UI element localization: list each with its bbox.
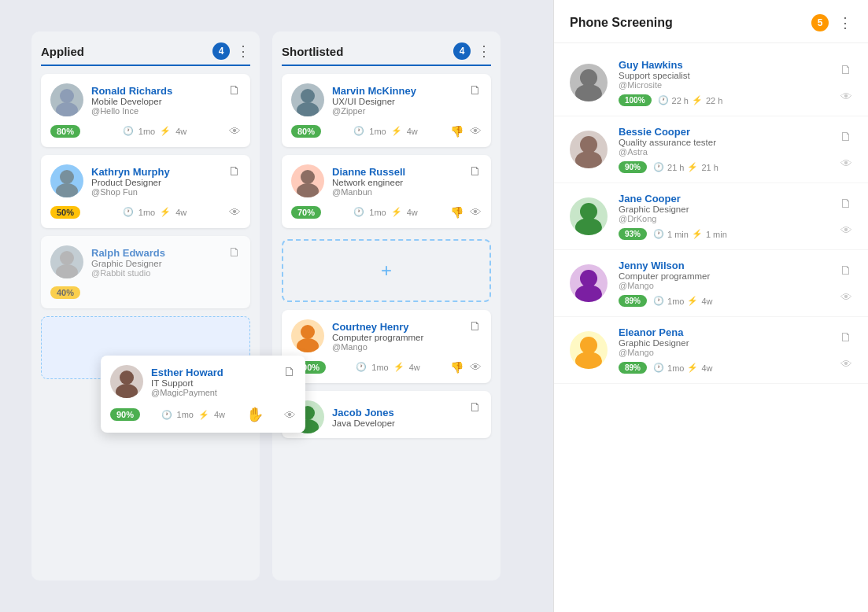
panel-role-jane: Graphic Designer	[619, 205, 829, 214]
doc-icon-ralph[interactable]: 🗋	[228, 245, 241, 260]
candidate-role-kathryn: Product Designer	[91, 178, 170, 187]
panel-row-bessie[interactable]: Bessie Cooper Quality assurance tester @…	[554, 116, 868, 183]
bolt-icon: ⚡	[391, 126, 402, 136]
card-bottom-kathryn: 50% 🕐 1mo ⚡ 4w 👁	[50, 205, 241, 219]
progress-bessie: 90%	[619, 161, 647, 173]
column-applied-menu[interactable]: ⋮	[236, 44, 250, 58]
card-dianne-russell[interactable]: Dianne Russell Network engineer @Manbun …	[282, 155, 491, 228]
panel-info-jenny: Jenny Wilson Computer programmer @Mango …	[619, 260, 829, 307]
panel-row-jenny[interactable]: Jenny Wilson Computer programmer @Mango …	[554, 250, 868, 317]
svg-point-9	[297, 183, 319, 197]
doc-icon-courtney[interactable]: 🗋	[469, 319, 482, 334]
card-top: Dianne Russell Network engineer @Manbun …	[291, 164, 482, 197]
doc-icon-marvin[interactable]: 🗋	[469, 83, 482, 98]
drag-handle-esther[interactable]: ✋	[246, 406, 264, 423]
panel-doc-icon-jane[interactable]: 🗋	[840, 197, 852, 211]
candidate-role-dianne: Network engineer	[332, 178, 405, 187]
eye-icon-esther[interactable]: 👁	[284, 408, 296, 422]
panel-eye-icon-jenny[interactable]: 👁	[840, 290, 852, 304]
column-shortlisted: Shortlisted 4 ⋮ Marvin McKinney UX/UI	[272, 31, 500, 581]
time2-esther: 4w	[214, 410, 225, 419]
candidate-details: Ronald Richards Mobile Developer @Hello …	[91, 85, 172, 116]
panel-doc-icon-guy[interactable]: 🗋	[840, 63, 852, 77]
panel-eye-icon-eleanor[interactable]: 👁	[840, 357, 852, 371]
panel-doc-icon-jenny[interactable]: 🗋	[840, 264, 852, 278]
progress-marvin: 80%	[291, 125, 321, 138]
column-shortlisted-badge: 4	[453, 42, 471, 60]
svg-point-0	[60, 89, 74, 103]
panel-menu[interactable]: ⋮	[838, 16, 852, 30]
panel-doc-icon-eleanor[interactable]: 🗋	[840, 330, 852, 345]
svg-point-7	[297, 102, 319, 116]
card-meta-courtney: 🕐 1mo ⚡ 4w	[356, 362, 419, 372]
time1-kathryn: 1mo	[139, 208, 155, 217]
panel-avatar-jenny	[570, 264, 608, 302]
card-courtney-henry[interactable]: Courtney Henry Computer programmer @Mang…	[282, 310, 491, 383]
eye-icon-courtney[interactable]: 👁	[470, 360, 482, 374]
eye-icon-dianne[interactable]: 👁	[470, 205, 482, 219]
panel-eye-icon-bessie[interactable]: 👁	[840, 157, 852, 170]
panel-info-bessie: Bessie Cooper Quality assurance tester @…	[619, 126, 829, 173]
panel-avatar-bessie	[570, 131, 608, 168]
add-card-zone-shortlisted[interactable]: +	[282, 239, 491, 302]
card-ralph-edwards[interactable]: Ralph Edwards Graphic Designer @Rabbit s…	[41, 236, 250, 308]
card-ronald-richards[interactable]: Ronald Richards Mobile Developer @Hello …	[41, 74, 250, 147]
doc-icon-dianne[interactable]: 🗋	[469, 164, 482, 179]
doc-icon-ronald[interactable]: 🗋	[228, 83, 241, 98]
card-top: Ronald Richards Mobile Developer @Hello …	[50, 83, 241, 116]
panel-row-jane[interactable]: Jane Cooper Graphic Designer @DrKong 93%…	[554, 183, 868, 250]
card-kathryn-murphy[interactable]: Kathryn Murphy Product Designer @Shop Fu…	[41, 155, 250, 228]
card-info: Kathryn Murphy Product Designer @Shop Fu…	[50, 164, 170, 197]
card-jacob-jones[interactable]: Jacob Jones Java Developer 🗋	[282, 391, 491, 438]
progress-jane: 93%	[619, 228, 647, 240]
candidate-company-marvin: @Zipper	[332, 106, 416, 116]
card-bottom-courtney: 100% 🕐 1mo ⚡ 4w 👎 👁	[291, 360, 482, 374]
card-marvin-mckinney[interactable]: Marvin McKinney UX/UI Designer @Zipper 🗋…	[282, 74, 491, 147]
panel-bottom-eleanor: 89% 🕐 1mo ⚡ 4w	[619, 362, 829, 374]
panel-role-bessie: Quality assurance tester	[619, 138, 829, 147]
eye-icon-ronald[interactable]: 👁	[229, 124, 241, 138]
doc-icon-kathryn[interactable]: 🗋	[228, 164, 241, 179]
column-shortlisted-menu[interactable]: ⋮	[477, 44, 491, 58]
panel-row-eleanor[interactable]: Eleanor Pena Graphic Designer @Mango 89%…	[554, 317, 868, 384]
column-applied-title: Applied	[41, 45, 84, 58]
floating-card-esther[interactable]: Esther Howard IT Support @MagicPayment 🗋…	[101, 356, 305, 433]
panel-actions-bessie: 🗋 👁	[840, 130, 852, 170]
plus-icon: +	[381, 260, 392, 282]
card-top: Jacob Jones Java Developer 🗋	[291, 400, 482, 433]
thumb-down-marvin[interactable]: 👎	[450, 125, 464, 138]
thumb-down-dianne[interactable]: 👎	[450, 206, 464, 219]
panel-eye-icon-guy[interactable]: 👁	[840, 90, 852, 103]
meta-icons-dianne: 👎 👁	[450, 205, 482, 219]
svg-point-19	[575, 151, 602, 168]
svg-point-16	[580, 69, 597, 87]
candidate-company-dianne: @Manbun	[332, 187, 405, 197]
bolt-icon: ⚡	[160, 126, 171, 136]
card-bottom-esther: 90% 🕐 1mo ⚡ 4w ✋ 👁	[110, 406, 296, 423]
eye-icon-marvin[interactable]: 👁	[470, 124, 482, 138]
panel-doc-icon-bessie[interactable]: 🗋	[840, 130, 852, 144]
candidate-details: Jacob Jones Java Developer	[332, 407, 395, 428]
panel-company-bessie: @Astra	[619, 147, 829, 157]
doc-icon-jacob[interactable]: 🗋	[469, 400, 482, 415]
progress-ronald: 80%	[50, 125, 80, 138]
panel-role-jenny: Computer programmer	[619, 271, 829, 281]
main-container: Applied 4 ⋮ Ronald Richards Mobile Dev	[0, 0, 868, 612]
card-info: Ronald Richards Mobile Developer @Hello …	[50, 83, 172, 116]
svg-point-25	[575, 352, 602, 369]
candidate-company-ralph: @Rabbit studio	[91, 268, 165, 278]
panel-header-right: 5 ⋮	[811, 14, 852, 31]
eye-icon-kathryn[interactable]: 👁	[229, 205, 241, 219]
panel-row-guy[interactable]: Guy Hawkins Support specialist @Microsit…	[554, 50, 868, 116]
doc-icon-esther[interactable]: 🗋	[283, 365, 296, 379]
card-info: Jacob Jones Java Developer	[291, 400, 395, 433]
svg-point-5	[56, 264, 78, 278]
panel-eye-icon-jane[interactable]: 👁	[840, 223, 852, 237]
time2-courtney: 4w	[409, 363, 420, 372]
candidate-name-courtney: Courtney Henry	[332, 321, 423, 333]
meta-icons-courtney: 👎 👁	[450, 360, 482, 374]
panel-name-guy: Guy Hawkins	[619, 59, 829, 71]
panel-avatar-guy	[570, 64, 608, 101]
panel-company-guy: @Microsite	[619, 80, 829, 90]
thumb-down-courtney[interactable]: 👎	[450, 361, 464, 374]
